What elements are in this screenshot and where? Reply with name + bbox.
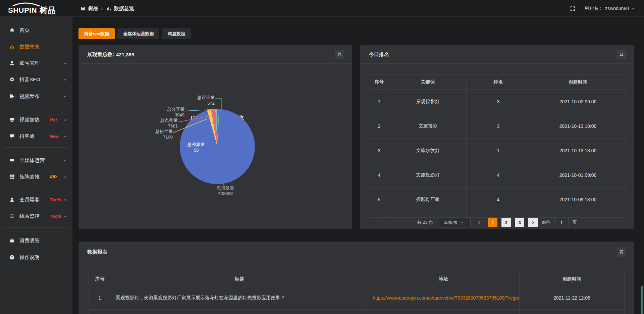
sidebar-item-label: 操作说明 xyxy=(19,254,40,261)
sidebar-item-omni-media[interactable]: 全媒体运营 xyxy=(0,155,72,166)
sidebar-item-help[interactable]: ? 操作说明 xyxy=(0,252,72,263)
sidebar-item-video-heat[interactable]: 视频加热 Hot xyxy=(0,114,72,125)
tab-douyin-seo[interactable]: 抖音seo数据 xyxy=(78,28,115,39)
sidebar-nav: 首页 数据总览 账号管理 抖音SEO 视频发布 视频加热 Hot xyxy=(0,17,72,314)
rank-row-created: 2021-10-13 18:00 xyxy=(530,114,626,139)
breadcrumb: 树品 > 数据总览 xyxy=(80,0,134,17)
report-row-title: 景观投影灯，夜游景观投影灯厂家展示展示落花灯在花园里的灯光投影应用效果 # xyxy=(111,286,368,310)
data-source-tabs: 抖音seo数据 全媒体运营数据 询盘数据 xyxy=(78,28,191,39)
sidebar-item-matrix-boost[interactable]: 矩阵助推 VIP xyxy=(0,171,72,182)
sidebar-divider xyxy=(3,188,69,188)
chevron-down-icon xyxy=(63,214,67,218)
pie-label-fans: 总粉丝量7100 xyxy=(155,128,173,140)
ranking-panel-header: 今日排名 日 xyxy=(360,45,634,64)
page-button-3[interactable]: 3 xyxy=(515,218,524,227)
sidebar-item-clue-monitor[interactable]: 线索监控 Tools xyxy=(0,210,72,222)
rank-row-created: 2021-10-13 18:00 xyxy=(530,139,626,163)
logo-cjk-text: 树品 xyxy=(39,6,56,15)
rank-row-index: 5 xyxy=(369,188,389,212)
rank-row-rank: 3 xyxy=(467,90,530,114)
ranking-table: 序号 关键词 排名 创建时间 1 景观投影灯 3 2021-10-02 09:0… xyxy=(369,74,626,218)
grid-icon xyxy=(9,174,15,179)
page-size-select[interactable]: 10条/页 xyxy=(437,218,471,227)
header-right: 用户名： zswodun88 xyxy=(570,0,635,17)
col-header-rank: 排名 xyxy=(467,75,530,90)
bar-chart-icon xyxy=(9,44,15,49)
pagination-total: 共 23 条 xyxy=(417,219,433,225)
tab-inquiry[interactable]: 询盘数据 xyxy=(162,28,191,39)
sidebar-item-spend-detail[interactable]: 消费明细 xyxy=(0,235,72,246)
question-circle-icon: ? xyxy=(9,255,15,260)
video-link[interactable]: https://www.iesdouyin.com/share/video/70… xyxy=(373,295,520,301)
page-button-1[interactable]: 1 xyxy=(488,218,497,227)
report-table: 序号 标题 地址 创建时间 1 景观投影灯，夜游景观投影灯厂家展示展示落花灯在花… xyxy=(89,272,625,314)
gear-icon xyxy=(9,77,15,82)
rank-row-keyword: 文旅投影 xyxy=(389,114,467,139)
goto-label: 前往 xyxy=(542,219,550,225)
pie-label-comments: 总评论量572 xyxy=(197,95,215,106)
chevron-down-icon xyxy=(63,78,67,82)
fullscreen-icon[interactable] xyxy=(570,6,576,11)
day-badge-button[interactable]: 日 xyxy=(617,50,626,59)
col-header-created: 创建时间 xyxy=(520,272,624,286)
tools-badge: Tools xyxy=(50,197,61,202)
sidebar-divider xyxy=(3,107,69,107)
impressions-total: 展现量总数: 421,369 xyxy=(87,45,134,64)
data-report-panel: 数据报表 表 序号 标题 地址 创建时间 1 景观投影灯，夜游景观投影灯厂家展示… xyxy=(78,242,634,314)
svg-text:?: ? xyxy=(11,255,13,259)
report-row-partial xyxy=(368,310,520,314)
rank-row-index: 2 xyxy=(369,114,389,139)
tab-omni-media[interactable]: 全媒体运营数据 xyxy=(117,28,159,39)
sidebar-item-account-mgmt[interactable]: 账号管理 xyxy=(0,57,72,69)
rank-row-index: 1 xyxy=(369,90,389,114)
chevron-down-icon xyxy=(63,198,67,202)
rank-row-rank: 1 xyxy=(467,139,530,163)
sidebar-item-label: 抖客通 xyxy=(19,133,35,140)
col-header-keyword: 关键词 xyxy=(389,75,467,90)
total-badge-button[interactable]: 总 xyxy=(335,50,344,59)
page-button-2[interactable]: 2 xyxy=(501,218,511,227)
rank-row-index: 4 xyxy=(369,163,389,188)
logo-latin-text: SHUPIN xyxy=(8,6,37,14)
scrollbar-thumb[interactable] xyxy=(641,286,643,314)
tools-badge: Tools xyxy=(50,214,61,219)
breadcrumb-root[interactable]: 树品 xyxy=(88,5,98,12)
sidebar-item-label: 消费明细 xyxy=(19,238,40,244)
chevron-down-icon xyxy=(63,135,67,138)
pie-label-videos: 总视频量58 xyxy=(179,142,213,153)
sidebar-item-video-publish[interactable]: 视频发布 xyxy=(0,91,72,102)
sidebar-item-douketong[interactable]: 抖客通 New xyxy=(0,130,72,142)
monitor-icon xyxy=(9,158,15,163)
app-root: SHUPIN 树品 树品 > 数据总览 用户名： zswodun88 xyxy=(0,0,644,314)
chevron-down-icon xyxy=(63,175,67,179)
col-header-created: 创建时间 xyxy=(530,75,626,90)
next-page-button[interactable] xyxy=(528,218,538,227)
sidebar-item-member-baoke[interactable]: 会员爆客 Tools xyxy=(0,194,72,205)
col-header-url: 地址 xyxy=(368,272,520,286)
chevron-right-icon xyxy=(531,220,535,224)
sidebar-item-data-overview[interactable]: 数据总览 xyxy=(0,41,72,52)
prev-page-button[interactable] xyxy=(475,218,484,227)
user-menu[interactable]: 用户名： zswodun88 xyxy=(584,5,635,11)
ranking-title: 今日排名 xyxy=(369,45,389,64)
hot-badge: Hot xyxy=(50,117,57,122)
sidebar-item-label: 全媒体运营 xyxy=(19,157,45,164)
ranking-pagination: 共 23 条 10条/页 1 2 3 前往 页 xyxy=(360,217,634,228)
table-badge-button[interactable]: 表 xyxy=(617,248,626,257)
pie-label-likes: 总点赞量7681 xyxy=(160,117,178,129)
rank-row-partial xyxy=(467,212,530,217)
chevron-down-icon xyxy=(631,7,635,10)
rank-row-rank: 3 xyxy=(467,114,530,139)
chevron-left-icon xyxy=(477,220,481,224)
sidebar-item-label: 视频加热 xyxy=(19,117,40,123)
breadcrumb-current[interactable]: 数据总览 xyxy=(114,5,134,12)
rank-row-partial xyxy=(530,212,626,217)
sidebar-item-douyin-seo[interactable]: 抖音SEO xyxy=(0,74,72,85)
impressions-value: 421,369 xyxy=(116,52,134,57)
chevron-down-icon xyxy=(461,221,464,224)
goto-suffix: 页 xyxy=(573,219,577,225)
goto-page-input[interactable] xyxy=(554,218,569,227)
report-row-index: 1 xyxy=(89,286,111,310)
vip-badge: VIP xyxy=(50,174,57,179)
sidebar-item-home[interactable]: 首页 xyxy=(0,24,72,36)
